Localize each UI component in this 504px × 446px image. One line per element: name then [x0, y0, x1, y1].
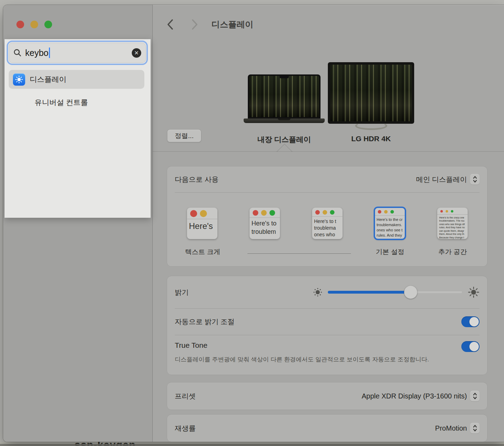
refresh-rate-value: ProMotion — [435, 424, 467, 432]
resolution-option-3[interactable]: Here's to ttroublemaones who — [312, 208, 343, 239]
sidebar-item-label: 유니버설 컨트롤 — [35, 98, 88, 107]
slider-fill — [328, 291, 411, 294]
clear-search-button[interactable]: ✕ — [132, 48, 141, 58]
sidebar-item-label: 디스플레이 — [30, 74, 66, 84]
laptop-base — [244, 118, 325, 123]
preset-value: Apple XDR Display (P3-1600 nits) — [362, 392, 467, 400]
display-name-lg: LG HDR 4K — [328, 135, 414, 143]
true-tone-toggle[interactable] — [461, 341, 480, 352]
slider-knob[interactable] — [404, 286, 417, 299]
use-as-value: 메인 디스플레이 — [416, 175, 467, 184]
minimize-button[interactable] — [30, 21, 38, 28]
resolution-options: Here's Here's totroublem Here's to ttrou… — [167, 208, 487, 239]
true-tone-description: 디스플레이를 주변광에 맞춰 색상이 다른 환경에서도 일관적으로 보이도록 자… — [175, 355, 433, 364]
use-as-popup[interactable]: 메인 디스플레이 — [416, 174, 480, 185]
brightness-icon — [13, 73, 25, 86]
main-content: 디스플레이 정렬... 내장 디스플레이 LG HDR 4K 다음으로 사용 메… — [153, 5, 504, 442]
forward-button[interactable] — [188, 18, 201, 31]
search-results-panel: keybo ✕ 디스플레이 — [5, 39, 151, 218]
selected-display-caret — [276, 144, 292, 159]
text-cursor — [49, 48, 50, 58]
row-divider — [175, 192, 480, 193]
sidebar-item-display[interactable]: 디스플레이 — [9, 70, 144, 89]
brightness-slider — [313, 286, 480, 298]
chevron-updown-icon[interactable] — [470, 174, 480, 185]
resolution-label-more-space: 추가 공간 — [421, 247, 484, 257]
sidebar: keybo ✕ 디스플레이 — [3, 5, 153, 442]
search-value: keybo — [25, 48, 49, 58]
search-input[interactable]: keybo ✕ — [9, 43, 146, 63]
preset-label: 프리셋 — [175, 391, 196, 401]
preset-card: 프리셋 Apple XDR Display (P3-1600 nits) — [167, 382, 487, 410]
scaling-card: 다음으로 사용 메인 디스플레이 Here's Here's totrouble… — [167, 166, 487, 266]
laptop-notch — [280, 76, 289, 78]
resolution-option-more-space[interactable]: Here's to the crazy onetroublemakers. Th… — [437, 208, 468, 239]
auto-brightness-label: 자동으로 밝기 조절 — [175, 317, 235, 326]
brightness-high-icon — [468, 286, 480, 298]
resolution-option-2[interactable]: Here's totroublem — [250, 208, 280, 239]
use-as-label: 다음으로 사용 — [175, 175, 219, 184]
arrange-button[interactable]: 정렬... — [167, 129, 201, 142]
slider-track[interactable] — [328, 291, 462, 294]
brightness-card: 밝기 — [167, 276, 487, 375]
sidebar-item-universal-control[interactable]: 유니버설 컨트롤 — [9, 93, 144, 112]
search-icon — [13, 49, 22, 57]
brightness-low-icon — [313, 287, 323, 297]
display-preview-lg[interactable] — [328, 62, 414, 132]
true-tone-label: True Tone — [175, 341, 207, 350]
chevron-updown-icon[interactable] — [470, 423, 480, 433]
back-button[interactable] — [164, 18, 177, 31]
resolution-option-larger-text[interactable]: Here's — [187, 208, 217, 239]
window-controls — [16, 21, 52, 28]
refresh-rate-card: 재생률 ProMotion — [167, 415, 487, 442]
background-window-edge — [0, 444, 504, 446]
display-name-builtin: 내장 디스플레이 — [244, 135, 325, 144]
auto-brightness-toggle[interactable] — [461, 316, 480, 327]
resolution-label-default: 기본 설정 — [359, 247, 422, 257]
close-button[interactable] — [16, 21, 24, 28]
search-field-focus-ring: keybo ✕ — [7, 41, 148, 65]
refresh-rate-label: 재생률 — [175, 424, 196, 433]
system-settings-window: keybo ✕ 디스플레이 — [3, 5, 504, 442]
chevron-updown-icon[interactable] — [470, 391, 480, 401]
page-title: 디스플레이 — [211, 19, 253, 30]
zoom-button[interactable] — [44, 21, 52, 28]
section-divider — [153, 151, 504, 152]
scale-connector-line — [247, 253, 351, 254]
preset-popup[interactable]: Apple XDR Display (P3-1600 nits) — [362, 391, 480, 401]
resolution-option-default[interactable]: Here's to the crtroublemakers.ones who s… — [375, 208, 405, 239]
refresh-rate-popup[interactable]: ProMotion — [435, 423, 480, 433]
display-preview-builtin[interactable] — [244, 73, 325, 123]
resolution-label-larger-text: 텍스트 크게 — [171, 247, 234, 257]
brightness-label: 밝기 — [175, 288, 189, 297]
